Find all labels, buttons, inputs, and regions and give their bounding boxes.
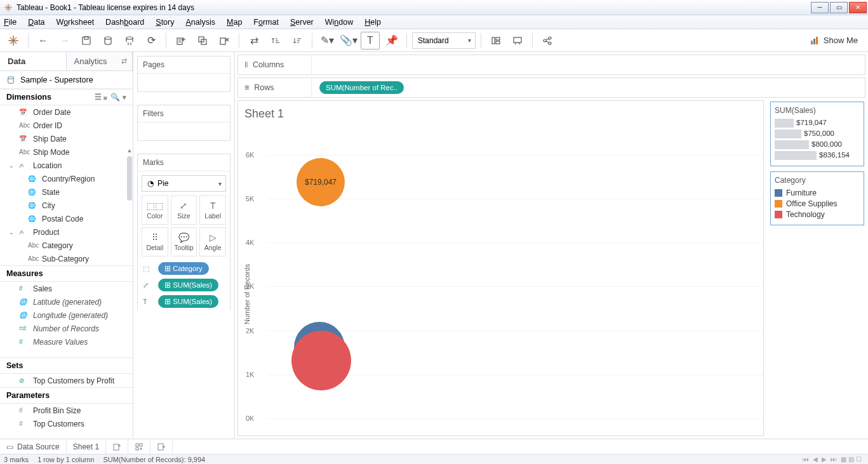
marks-color-button[interactable]: ⬚⬚Color bbox=[142, 196, 168, 225]
marks-label-button[interactable]: TLabel bbox=[199, 196, 226, 225]
show-me-button[interactable]: Show Me bbox=[810, 36, 864, 46]
menu-window[interactable]: Window bbox=[325, 18, 353, 27]
swap-button[interactable]: ⇄ bbox=[244, 32, 264, 50]
new-datasource-button[interactable] bbox=[98, 32, 117, 50]
clear-button[interactable] bbox=[215, 32, 234, 50]
labels-button[interactable]: T bbox=[361, 32, 380, 50]
menu-help[interactable]: Help bbox=[364, 18, 381, 27]
legend-item[interactable]: Office Supplies bbox=[775, 199, 860, 208]
mark-pill[interactable]: ⊞ SUM(Sales) bbox=[158, 295, 218, 308]
mark-technology[interactable] bbox=[291, 331, 351, 390]
field-order-date[interactable]: 📅Order Date bbox=[0, 105, 133, 119]
minimize-button[interactable]: ─ bbox=[811, 2, 829, 13]
sort-asc-button[interactable] bbox=[266, 32, 285, 50]
category-legend[interactable]: Category FurnitureOffice SuppliesTechnol… bbox=[770, 171, 864, 225]
nav-first-icon[interactable]: ⏮ bbox=[803, 456, 809, 463]
forward-button[interactable]: → bbox=[55, 32, 74, 50]
field-city[interactable]: 🌐City bbox=[9, 199, 133, 212]
duplicate-button[interactable] bbox=[193, 32, 212, 50]
close-button[interactable]: ✕ bbox=[849, 2, 867, 13]
field-ship-date[interactable]: 📅Ship Date bbox=[0, 132, 133, 145]
data-pane-scrollbar[interactable]: ▲ bbox=[126, 147, 133, 439]
new-dashboard-button[interactable] bbox=[128, 439, 150, 454]
menu-analysis[interactable]: Analysis bbox=[185, 18, 215, 27]
menu-format[interactable]: Format bbox=[253, 18, 279, 27]
legend-item[interactable]: Furniture bbox=[775, 189, 860, 197]
highlight-button[interactable]: ✎▾ bbox=[317, 32, 337, 50]
nav-last-icon[interactable]: ⏭ bbox=[831, 456, 837, 463]
svg-rect-53 bbox=[158, 444, 163, 450]
field-order-id[interactable]: AbcOrder ID bbox=[0, 119, 133, 132]
field-measure-values[interactable]: #Measure Values bbox=[0, 335, 133, 348]
pin-button[interactable]: 📌 bbox=[382, 32, 401, 50]
viz-canvas[interactable]: Sheet 1 Number of Records 0K1K2K3K4K5K6K… bbox=[237, 100, 764, 436]
nav-prev-icon[interactable]: ◀ bbox=[813, 456, 818, 463]
columns-shelf[interactable]: ⦀Columns bbox=[237, 55, 865, 75]
nav-next-icon[interactable]: ▶ bbox=[822, 456, 827, 463]
share-button[interactable] bbox=[538, 32, 557, 50]
menu-file[interactable]: File bbox=[4, 18, 17, 27]
field-latitude-generated-[interactable]: 🌐Latitude (generated) bbox=[0, 295, 133, 308]
field-sales[interactable]: #Sales bbox=[0, 282, 133, 295]
mark-type-select[interactable]: ◔Pie bbox=[142, 175, 226, 192]
size-legend[interactable]: SUM(Sales) $719,047$750,000$800,000$836,… bbox=[770, 102, 864, 166]
show-me-label: Show Me bbox=[824, 36, 858, 45]
field-sub-category[interactable]: AbcSub-Category bbox=[9, 252, 133, 265]
menu-dashboard[interactable]: Dashboard bbox=[105, 18, 144, 27]
menu-server[interactable]: Server bbox=[290, 18, 314, 27]
view-pane: ⦀Columns ≡Rows SUM(Number of Rec.. Sheet… bbox=[235, 52, 868, 439]
field-state[interactable]: 🌐State bbox=[9, 185, 133, 199]
rows-pill[interactable]: SUM(Number of Rec.. bbox=[319, 81, 404, 94]
field-postal-code[interactable]: 🌐Postal Code bbox=[9, 212, 133, 225]
field-category[interactable]: AbcCategory bbox=[9, 239, 133, 252]
folder-location[interactable]: ⌄ዶLocation bbox=[0, 159, 133, 172]
menu-map[interactable]: Map bbox=[227, 18, 242, 27]
new-story-button[interactable] bbox=[150, 439, 173, 454]
tableau-home-icon[interactable] bbox=[4, 32, 23, 50]
mark-pill[interactable]: ⊞ SUM(Sales) bbox=[158, 279, 218, 291]
save-button[interactable] bbox=[77, 32, 96, 50]
fit-select[interactable]: Standard bbox=[412, 32, 476, 49]
set-item[interactable]: ⊘Top Customers by Profit bbox=[0, 374, 133, 387]
svg-rect-14 bbox=[177, 38, 182, 44]
group-button[interactable]: 📎▾ bbox=[339, 32, 358, 50]
tab-analytics[interactable]: Analytics⇄ bbox=[67, 52, 133, 70]
datasource-row[interactable]: Sample - Superstore bbox=[0, 71, 133, 89]
presentation-button[interactable] bbox=[508, 32, 527, 50]
legend-item[interactable]: Technology bbox=[775, 210, 860, 219]
sheet-title[interactable]: Sheet 1 bbox=[244, 107, 284, 121]
maximize-button[interactable]: ▭ bbox=[830, 2, 848, 13]
param-item[interactable]: #Profit Bin Size bbox=[0, 404, 133, 417]
new-sheet-button[interactable] bbox=[106, 439, 128, 454]
rows-shelf[interactable]: ≡Rows SUM(Number of Rec.. bbox=[237, 77, 865, 98]
view-toggle-icon[interactable]: ☰ 𝄪 bbox=[95, 93, 107, 102]
field-longitude-generated-[interactable]: 🌐Longitude (generated) bbox=[0, 308, 133, 322]
back-button[interactable]: ← bbox=[34, 32, 53, 50]
field-country-region[interactable]: 🌐Country/Region bbox=[9, 172, 133, 185]
menu-story[interactable]: Story bbox=[156, 18, 174, 27]
field-ship-mode[interactable]: AbcShip Mode bbox=[0, 145, 133, 159]
field-number-of-records[interactable]: =#Number of Records bbox=[0, 322, 133, 335]
view-grid-icon[interactable]: ▦ ▤ ☐ bbox=[841, 456, 862, 463]
refresh-button[interactable]: ⟳ bbox=[142, 32, 161, 50]
mark-pill[interactable]: ⊞ Category bbox=[158, 262, 209, 275]
tab-data[interactable]: Data bbox=[0, 52, 67, 70]
cards-button[interactable] bbox=[486, 32, 505, 50]
marks-angle-button[interactable]: ▷Angle bbox=[199, 227, 226, 256]
marks-size-button[interactable]: ⤢Size bbox=[171, 196, 197, 225]
search-icon[interactable]: 🔍 bbox=[110, 93, 120, 102]
pause-updates-button[interactable] bbox=[120, 32, 139, 50]
tab-data-source[interactable]: ▭Data Source bbox=[0, 439, 67, 454]
pages-card[interactable]: Pages bbox=[137, 56, 230, 92]
param-item[interactable]: #Top Customers bbox=[0, 417, 133, 430]
menu-worksheet[interactable]: Worksheet bbox=[57, 18, 95, 27]
folder-product[interactable]: ⌄ዶProduct bbox=[0, 225, 133, 239]
marks-detail-button[interactable]: ⠿Detail bbox=[142, 227, 168, 256]
menu-data[interactable]: Data bbox=[28, 18, 44, 27]
filters-card[interactable]: Filters bbox=[137, 105, 230, 141]
y-tick: 6K bbox=[246, 151, 254, 159]
marks-tooltip-button[interactable]: 💬Tooltip bbox=[171, 227, 197, 256]
tab-sheet1[interactable]: Sheet 1 bbox=[67, 439, 106, 454]
sort-desc-button[interactable] bbox=[288, 32, 307, 50]
new-worksheet-button[interactable] bbox=[171, 32, 190, 50]
